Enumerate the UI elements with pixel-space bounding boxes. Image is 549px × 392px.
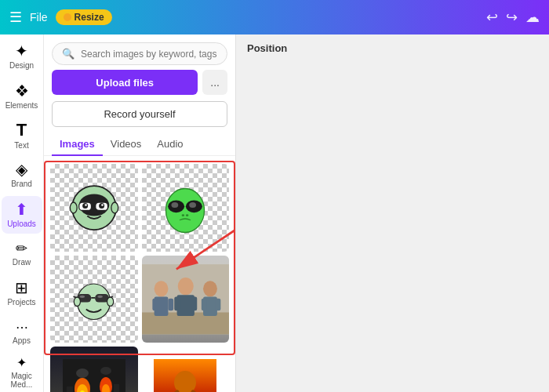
svg-point-38 (203, 281, 217, 296)
svg-rect-33 (168, 298, 173, 310)
file-menu[interactable]: File (30, 11, 48, 24)
design-label: Design (9, 61, 34, 70)
fire-scene-1 (63, 359, 125, 392)
svg-point-24 (80, 295, 85, 297)
svg-point-16 (182, 214, 185, 216)
tab-videos[interactable]: Videos (103, 133, 150, 156)
three-guys-image (142, 256, 230, 343)
tab-images[interactable]: Images (52, 133, 103, 156)
panel-tabs: Images Videos Audio (44, 133, 235, 156)
panel-buttons: Upload files ... (44, 70, 235, 101)
grid-item-2[interactable] (142, 164, 230, 252)
svg-rect-36 (174, 296, 180, 310)
sidebar-item-draw[interactable]: ✏ Draw (2, 235, 42, 273)
sticker-alien (158, 180, 213, 235)
design-icon: ✦ (15, 43, 28, 59)
sticker-cool-face (68, 274, 119, 325)
grid-item-6[interactable] (142, 347, 230, 392)
panel-search-area: 🔍 (44, 34, 235, 70)
cloud-icon[interactable]: ☁ (525, 9, 540, 26)
svg-point-9 (70, 202, 77, 213)
toolbar: ☰ File Resize ↩ ↪ ☁ (0, 0, 549, 34)
svg-rect-47 (114, 384, 119, 392)
uploads-label: Uploads (7, 220, 36, 228)
projects-icon: ⊞ (15, 280, 28, 296)
apps-icon: ⋯ (16, 321, 28, 334)
text-label: Text (14, 141, 28, 150)
image-grid-container (44, 161, 235, 392)
sidebar-item-projects[interactable]: ⊞ Projects (2, 274, 42, 312)
svg-point-34 (177, 277, 193, 294)
grid-item-1-inner (50, 164, 138, 252)
elements-icon: ❖ (15, 83, 29, 99)
projects-label: Projects (7, 298, 35, 307)
sidebar-item-magic[interactable]: ✦ Magic Med... (2, 354, 42, 392)
svg-rect-44 (67, 387, 73, 392)
svg-point-26 (75, 297, 81, 306)
upload-files-button[interactable]: Upload files (52, 70, 198, 95)
grid-item-4-inner (142, 256, 230, 343)
svg-rect-37 (191, 296, 197, 310)
grid-item-1[interactable] (50, 164, 138, 252)
grid-item-3-inner (50, 256, 138, 343)
grid-item-5-inner (50, 347, 138, 392)
svg-point-27 (107, 297, 114, 306)
elements-label: Elements (5, 101, 38, 110)
image-grid (50, 164, 229, 392)
svg-point-54 (100, 367, 111, 375)
sidebar-item-apps[interactable]: ⋯ Apps (2, 314, 42, 352)
sidebar-item-design[interactable]: ✦ Design (2, 38, 42, 75)
svg-point-53 (76, 368, 89, 378)
svg-point-14 (172, 202, 179, 208)
draw-label: Draw (13, 258, 31, 267)
text-icon: T (16, 122, 27, 139)
grid-item-6-inner (142, 347, 230, 392)
position-label: Position (247, 42, 287, 54)
redo-icon[interactable]: ↪ (506, 9, 518, 26)
upload-more-button[interactable]: ... (202, 70, 227, 95)
svg-point-15 (190, 202, 197, 208)
sidebar-item-elements[interactable]: ❖ Elements (2, 77, 42, 114)
fire-scene-2 (154, 359, 216, 392)
svg-point-30 (154, 281, 168, 296)
grid-item-3[interactable] (50, 256, 138, 343)
resize-dot (64, 13, 71, 21)
search-box[interactable]: 🔍 (52, 42, 227, 65)
record-yourself-button[interactable]: Record yourself (52, 101, 227, 127)
main-area: ✦ Design ❖ Elements T Text ◈ Brand ⬆ Upl… (0, 34, 549, 392)
magic-icon: ✦ (16, 357, 27, 369)
grid-item-2-inner (142, 164, 230, 252)
sidebar-item-uploads[interactable]: ⬆ Uploads (2, 196, 42, 234)
svg-point-8 (101, 204, 104, 206)
brand-label: Brand (11, 180, 32, 188)
uploads-panel: 🔍 Upload files ... Record yourself Image… (44, 34, 236, 392)
icon-sidebar: ✦ Design ❖ Elements T Text ◈ Brand ⬆ Upl… (0, 34, 44, 392)
svg-rect-32 (152, 298, 158, 310)
undo-icon[interactable]: ↩ (486, 9, 498, 26)
sidebar-item-text[interactable]: T Text (2, 117, 42, 154)
content-area: Position (236, 34, 549, 392)
svg-point-10 (111, 202, 118, 213)
search-input[interactable] (81, 49, 217, 60)
draw-icon: ✏ (16, 241, 27, 256)
svg-rect-41 (215, 298, 220, 310)
grid-item-5[interactable] (50, 347, 138, 392)
apps-label: Apps (13, 336, 31, 345)
tab-audio[interactable]: Audio (149, 133, 191, 156)
magic-label: Magic Med... (3, 372, 41, 389)
svg-rect-40 (201, 298, 206, 310)
svg-point-7 (85, 204, 87, 206)
brand-icon: ◈ (16, 162, 27, 177)
svg-point-17 (186, 214, 189, 216)
sticker-cartoon-face (67, 180, 122, 235)
grid-item-4[interactable] (142, 256, 230, 343)
search-icon: 🔍 (62, 48, 75, 60)
resize-button[interactable]: Resize (56, 9, 112, 25)
hamburger-icon[interactable]: ☰ (9, 9, 22, 26)
sidebar-item-brand[interactable]: ◈ Brand (2, 156, 42, 194)
uploads-icon: ⬆ (15, 201, 28, 217)
svg-point-25 (98, 295, 104, 297)
